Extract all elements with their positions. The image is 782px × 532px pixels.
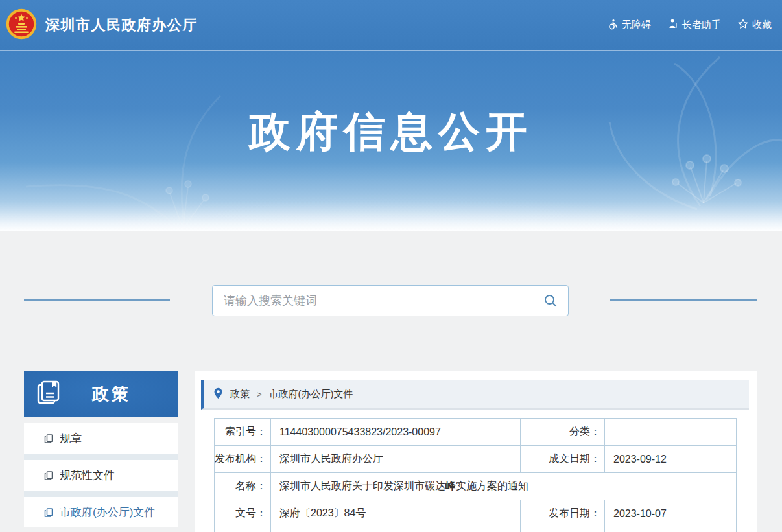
- date-published-value: 2023-10-07: [605, 500, 737, 527]
- breadcrumb: 政策 > 市政府(办公厅)文件: [201, 380, 749, 410]
- document-icon: [43, 507, 54, 518]
- policy-book-icon: [35, 378, 64, 410]
- elder-assistant-link[interactable]: 长者助手: [668, 19, 721, 31]
- sidebar-item-normative-documents[interactable]: 规范性文件: [24, 460, 178, 491]
- sidebar-item-label: 规章: [60, 431, 82, 446]
- search-divider-right: [610, 299, 757, 301]
- main-content-panel: 政策 > 市政府(办公厅)文件 索引号： 114403000075433823/…: [195, 371, 757, 532]
- page-title: 政府信息公开: [0, 104, 782, 160]
- search-icon: [543, 294, 558, 308]
- site-title: 深圳市人民政府办公厅: [45, 16, 198, 35]
- category-value: [605, 419, 737, 446]
- favorite-link[interactable]: 收藏: [738, 19, 772, 31]
- sidebar-item-regulations[interactable]: 规章: [24, 423, 178, 454]
- search-box: [212, 285, 569, 316]
- search-input[interactable]: [213, 286, 533, 316]
- document-number-label: 文号：: [215, 500, 271, 527]
- sidebar: 政策 规章 规范性文件: [24, 371, 178, 527]
- table-row: 名称： 深圳市人民政府关于印发深圳市碳达峰实施方案的通知: [215, 473, 737, 500]
- site-logo-home-link[interactable]: 深圳市人民政府办公厅: [0, 8, 198, 42]
- table-row: 发布机构： 深圳市人民政府办公厅 成文日期： 2023-09-12: [215, 446, 737, 473]
- breadcrumb-current[interactable]: 市政府(办公厅)文件: [269, 388, 353, 400]
- sidebar-item-label: 市政府(办公厅)文件: [60, 505, 155, 520]
- document-number-value: 深府〔2023〕84号: [271, 500, 521, 527]
- search-button[interactable]: [533, 286, 568, 316]
- accessibility-link[interactable]: 无障碍: [607, 19, 651, 32]
- sidebar-header-divider: [75, 379, 75, 409]
- national-emblem-icon: [6, 8, 37, 42]
- index-number-label: 索引号：: [215, 419, 271, 446]
- breadcrumb-separator: >: [257, 389, 262, 399]
- category-label: 分类：: [521, 419, 605, 446]
- index-number-value: 114403000075433823/2023-00097: [271, 419, 521, 446]
- document-name-label: 名称：: [215, 473, 271, 500]
- topbar-utility-links: 无障碍 长者助手 收藏: [607, 19, 782, 32]
- favorite-label: 收藏: [752, 19, 772, 31]
- issuing-agency-label: 发布机构：: [215, 446, 271, 473]
- sidebar-menu: 规章 规范性文件 市政府(办公厅)文件: [24, 423, 178, 527]
- wheelchair-icon: [607, 19, 618, 32]
- table-row: 文号： 深府〔2023〕84号 发布日期： 2023-10-07: [215, 500, 737, 527]
- table-row-clipped: [215, 527, 737, 532]
- issuing-agency-value: 深圳市人民政府办公厅: [271, 446, 521, 473]
- document-info-table: 索引号： 114403000075433823/2023-00097 分类： 发…: [214, 418, 737, 532]
- date-written-label: 成文日期：: [521, 446, 605, 473]
- accessibility-label: 无障碍: [622, 19, 651, 31]
- sidebar-header: 政策: [24, 371, 178, 417]
- table-row: 索引号： 114403000075433823/2023-00097 分类：: [215, 419, 737, 446]
- date-published-label: 发布日期：: [521, 500, 605, 527]
- elder-assistant-label: 长者助手: [682, 19, 721, 31]
- sidebar-item-label: 规范性文件: [60, 468, 115, 483]
- topbar: 深圳市人民政府办公厅 无障碍 长者助手: [0, 0, 782, 51]
- document-icon: [43, 470, 54, 481]
- sidebar-header-title: 政策: [92, 383, 131, 406]
- location-pin-icon: [213, 387, 223, 401]
- banner-wave-decoration: [0, 169, 782, 231]
- page-banner: 政府信息公开: [0, 51, 782, 231]
- document-name-value: 深圳市人民政府关于印发深圳市碳达峰实施方案的通知: [271, 473, 737, 500]
- highlighted-keyword: 峰: [445, 480, 456, 491]
- breadcrumb-root[interactable]: 政策: [230, 388, 250, 400]
- sidebar-item-municipal-government-documents[interactable]: 市政府(办公厅)文件: [24, 497, 178, 527]
- date-written-value: 2023-09-12: [605, 446, 737, 473]
- document-icon: [43, 434, 54, 444]
- search-divider-left: [24, 299, 170, 301]
- elder-person-icon: [668, 19, 678, 31]
- star-icon: [738, 19, 748, 31]
